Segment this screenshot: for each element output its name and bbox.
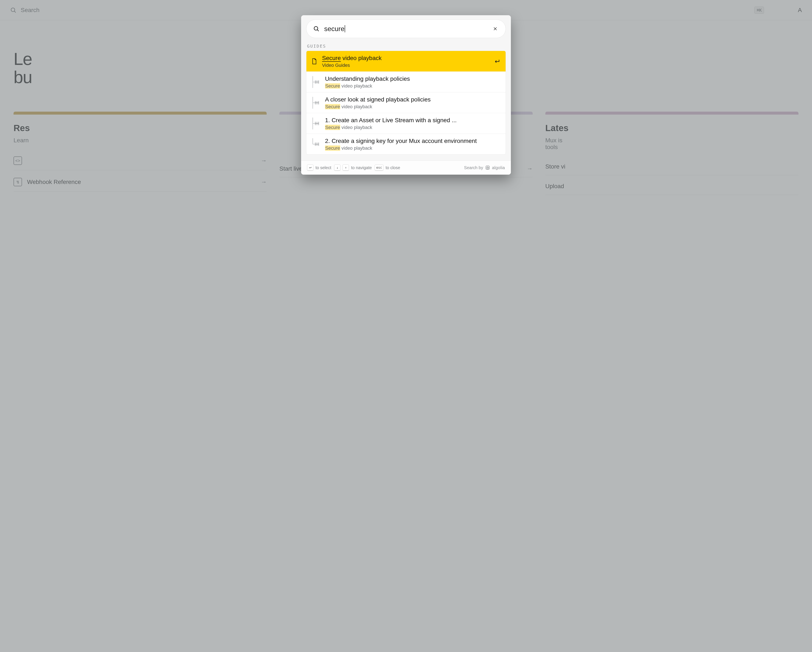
enter-key-icon — [307, 165, 313, 171]
result-title: Secure video playback — [322, 54, 490, 62]
svg-point-2 — [314, 26, 318, 30]
result-title: 1. Create an Asset or Live Stream with a… — [325, 116, 500, 124]
arrow-up-key-icon: ↑ — [343, 165, 349, 171]
result-title: 2. Create a signing key for your Mux acc… — [325, 137, 500, 145]
close-icon — [493, 26, 498, 31]
result-subtitle: Secure video playback — [325, 104, 500, 110]
tree-branch-last-icon — [311, 138, 321, 150]
search-provider-attribution[interactable]: Search by algolia — [464, 165, 505, 171]
search-field-container: secure — [306, 20, 506, 38]
tree-branch-icon — [311, 76, 321, 88]
search-input[interactable]: secure — [324, 25, 345, 33]
text-caret — [345, 25, 345, 32]
search-input-wrapper[interactable]: secure — [324, 25, 487, 33]
search-result[interactable]: A closer look at signed playback policie… — [307, 92, 505, 113]
document-icon — [311, 58, 318, 65]
result-subtitle: Secure video playback — [325, 125, 500, 130]
hint-label: to navigate — [351, 165, 372, 170]
search-by-label: Search by — [464, 165, 483, 170]
modal-footer: to select ↓ ↑ to navigate esc to close S… — [301, 160, 511, 175]
footer-hint-close: esc to close — [375, 165, 400, 171]
results-section-label: GUIDES — [301, 41, 511, 51]
result-subtitle: Secure video playback — [325, 145, 500, 151]
search-result[interactable]: Understanding playback policies Secure v… — [307, 72, 505, 92]
arrow-down-key-icon: ↓ — [334, 165, 340, 171]
search-result[interactable]: 2. Create a signing key for your Mux acc… — [307, 134, 505, 154]
hint-label: to close — [386, 165, 400, 170]
result-title: Understanding playback policies — [325, 75, 500, 82]
hint-label: to select — [316, 165, 331, 170]
tree-branch-icon — [311, 117, 321, 129]
enter-icon — [494, 58, 500, 64]
result-subtitle: Video Guides — [322, 62, 490, 68]
footer-hint-navigate: ↓ ↑ to navigate — [334, 165, 372, 171]
tree-branch-icon — [311, 97, 321, 109]
algolia-logo-icon — [485, 165, 490, 171]
provider-name: algolia — [492, 165, 505, 170]
search-icon — [313, 26, 319, 32]
search-result[interactable]: Secure video playback Video Guides — [307, 51, 505, 72]
footer-hint-select: to select — [307, 165, 331, 171]
svg-line-3 — [317, 30, 319, 31]
result-subtitle: Secure video playback — [325, 83, 500, 89]
esc-key-icon: esc — [375, 165, 383, 171]
clear-search-button[interactable] — [491, 25, 499, 32]
result-title: A closer look at signed playback policie… — [325, 96, 500, 103]
search-result[interactable]: 1. Create an Asset or Live Stream with a… — [307, 113, 505, 134]
search-results: Secure video playback Video Guides Under… — [306, 51, 506, 155]
search-modal: secure GUIDES Secure video playback Vide… — [301, 15, 511, 175]
